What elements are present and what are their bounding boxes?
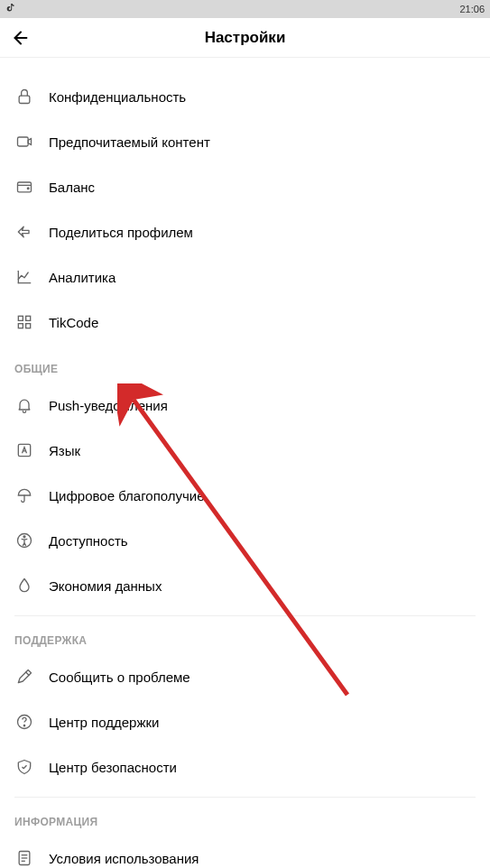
menu-language[interactable]: Язык — [0, 428, 490, 473]
menu-safety-center[interactable]: Центр безопасности — [0, 744, 490, 790]
menu-help-center[interactable]: Центр поддержки — [0, 699, 490, 744]
shield-icon — [14, 757, 34, 777]
menu-label: Поделиться профилем — [49, 225, 193, 240]
menu-balance[interactable]: Баланс — [0, 164, 490, 209]
language-icon — [14, 440, 34, 460]
svg-rect-6 — [26, 316, 31, 320]
menu-tikcode[interactable]: TikCode — [0, 300, 490, 345]
svg-point-11 — [23, 536, 25, 538]
status-time: 21:06 — [459, 4, 485, 14]
section-header-support: ПОДДЕРЖКА — [0, 616, 490, 654]
bell-icon — [14, 395, 34, 415]
pencil-icon — [14, 667, 34, 687]
menu-accessibility[interactable]: Доступность — [0, 518, 490, 563]
menu-label: Push-уведомления — [49, 398, 168, 413]
tiktok-icon — [5, 3, 16, 15]
page-title: Настройки — [205, 29, 286, 47]
arrow-left-icon — [11, 28, 31, 48]
status-bar: 21:06 — [0, 0, 490, 18]
doc-icon — [14, 848, 34, 868]
svg-rect-5 — [18, 316, 23, 320]
video-icon — [14, 132, 34, 152]
menu-label: Аналитика — [49, 270, 116, 285]
help-icon — [14, 712, 34, 732]
menu-terms[interactable]: Условия использования — [0, 836, 490, 868]
menu-content-pref[interactable]: Предпочитаемый контент — [0, 119, 490, 164]
svg-rect-7 — [18, 324, 23, 328]
menu-report-problem[interactable]: Сообщить о проблеме — [0, 654, 490, 699]
back-button[interactable] — [11, 28, 31, 48]
menu-label: Предпочитаемый контент — [49, 134, 210, 150]
menu-label: Доступность — [49, 533, 128, 549]
menu-push-notifications[interactable]: Push-уведомления — [0, 383, 490, 428]
section-header-info: ИНФОРМАЦИЯ — [0, 798, 490, 836]
menu-analytics[interactable]: Аналитика — [0, 254, 490, 300]
svg-rect-8 — [26, 324, 31, 328]
menu-label: Экономия данных — [49, 578, 162, 594]
menu-label: Сообщить о проблеме — [49, 669, 190, 685]
qr-icon — [14, 312, 34, 332]
svg-rect-2 — [18, 137, 29, 146]
share-icon — [14, 222, 34, 242]
menu-digital-wellbeing[interactable]: Цифровое благополучие — [0, 473, 490, 518]
drop-icon — [14, 576, 34, 596]
settings-list[interactable]: Конфиденциальность Предпочитаемый контен… — [0, 58, 490, 868]
menu-label: Центр безопасности — [49, 760, 177, 775]
menu-label: TikCode — [49, 315, 98, 330]
menu-label: Центр поддержки — [49, 715, 159, 730]
wallet-icon — [14, 177, 34, 197]
lock-icon — [14, 87, 34, 106]
svg-point-4 — [27, 188, 29, 189]
accessibility-icon — [14, 531, 34, 550]
menu-privacy[interactable]: Конфиденциальность — [0, 74, 490, 119]
svg-rect-3 — [18, 182, 32, 192]
svg-point-13 — [23, 725, 24, 726]
menu-data-saver[interactable]: Экономия данных — [0, 563, 490, 608]
menu-label: Язык — [49, 443, 80, 458]
menu-label: Условия использования — [49, 851, 199, 866]
menu-label: Цифровое благополучие — [49, 488, 205, 503]
menu-share-profile[interactable]: Поделиться профилем — [0, 209, 490, 254]
section-header-general: ОБЩИЕ — [0, 345, 490, 383]
menu-label: Конфиденциальность — [49, 89, 186, 105]
svg-rect-1 — [19, 96, 30, 103]
umbrella-icon — [14, 485, 34, 505]
header: Настройки — [0, 18, 490, 58]
chart-icon — [14, 267, 34, 287]
menu-label: Баланс — [49, 180, 95, 195]
